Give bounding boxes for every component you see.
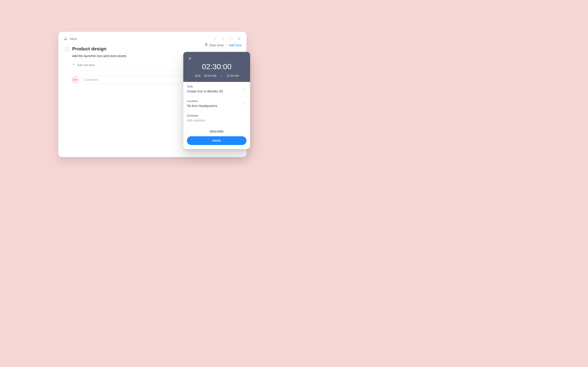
estimate-field-placeholder: Add estimate: [187, 119, 246, 122]
plus-icon: [72, 63, 75, 67]
start-time-display[interactable]: 08:00 AM: [204, 74, 216, 77]
estimate-field-label: Estimate: [187, 114, 246, 117]
end-time-display[interactable]: 10:30 AM: [226, 74, 239, 77]
task-field-value: Create Icon in Blender 3D: [187, 90, 223, 93]
timer-separator: /: [226, 43, 227, 47]
estimate-row[interactable]: Estimate Add estimate: [183, 111, 250, 125]
save-button[interactable]: SAVE: [187, 136, 246, 145]
chevron-right-icon: [243, 87, 246, 91]
add-subtask-label: Add sub-task: [77, 63, 95, 67]
location-field-value: Tel Aviv Headquarters: [187, 104, 217, 108]
breadcrumb[interactable]: Inbox: [70, 37, 77, 41]
duration-display[interactable]: 02:30:00: [187, 62, 246, 71]
date-display[interactable]: 8/28: [195, 74, 200, 77]
add-time-button[interactable]: Add time: [229, 43, 242, 47]
add-time-panel: 02:30:00 8/28 08:00 AM — 10:30 AM Task C…: [183, 52, 250, 149]
svg-point-1: [231, 39, 231, 39]
more-options-button[interactable]: [229, 36, 233, 41]
chevron-right-icon: [243, 101, 246, 106]
close-button[interactable]: [237, 36, 242, 41]
task-title[interactable]: Product design: [72, 46, 106, 51]
location-field-label: Location: [187, 100, 217, 103]
start-timer-label: Start timer: [209, 43, 224, 47]
task-field-label: Task: [187, 85, 223, 88]
avatar: EA: [72, 76, 78, 83]
start-timer-button[interactable]: Start timer: [204, 43, 224, 47]
hand-icon: [204, 43, 208, 47]
close-icon[interactable]: [187, 56, 192, 61]
task-complete-checkbox[interactable]: [65, 47, 69, 51]
prev-task-button[interactable]: [212, 36, 217, 41]
svg-point-2: [232, 39, 232, 39]
time-range-separator: —: [220, 74, 223, 77]
discard-button[interactable]: DISCARD: [187, 130, 246, 133]
task-picker-row[interactable]: Task Create Icon in Blender 3D: [187, 85, 246, 93]
location-picker-row[interactable]: Location Tel Aviv Headquarters: [187, 100, 246, 108]
inbox-icon: [63, 36, 68, 41]
svg-point-0: [230, 39, 230, 39]
next-task-button[interactable]: [221, 36, 225, 41]
add-subtask-button[interactable]: Add sub-task: [72, 63, 95, 67]
